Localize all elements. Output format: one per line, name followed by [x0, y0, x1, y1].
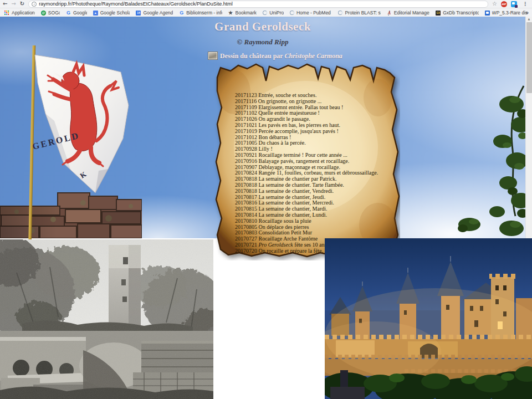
bookmark-favicon: ★: [228, 11, 233, 16]
entry-date: 20171102: [235, 110, 258, 116]
entry-date: 20170916: [235, 158, 259, 164]
entry-date: 20170824: [235, 170, 259, 176]
entry-date: 20170818: [235, 182, 259, 188]
bookmark-favicon: 14: [136, 11, 141, 16]
page-title: Grand Geroldseck: [0, 20, 525, 34]
bookmark-item[interactable]: WP_5.3-Rare disease: [485, 10, 528, 16]
bookmark-item[interactable]: GX GxDb Transcriptomic: [436, 10, 478, 16]
bookmark-item[interactable]: Protein BLAST: search: [338, 10, 380, 16]
entry-text: Percée accomplie, jusqu'aux pavés !: [259, 128, 339, 134]
bookmark-item[interactable]: ★ Bookmarks: [228, 10, 257, 16]
url-field[interactable]: i raymondripp.fr/Phototheque/Raymond/Bal…: [28, 1, 488, 8]
entry-text: La semaine de chantier, Lundi.: [259, 212, 327, 218]
entry-text: Du chaos à la percée.: [259, 140, 306, 146]
entry-date: 20170803: [235, 229, 259, 236]
entry-text: Rocaillage Arche Fantôme: [259, 236, 318, 242]
bookmark-item[interactable]: G BiblioInserm - inform: [179, 10, 222, 16]
adblock-extension-icon[interactable]: ABP: [501, 1, 507, 7]
url-text: raymondripp.fr/Phototheque/Raymond/Balad…: [39, 1, 233, 7]
bookmark-label: WP_5.3-Rare disease: [492, 10, 528, 16]
entry-date: 20170805: [235, 224, 259, 230]
photo-castle-night[interactable]: [325, 238, 532, 399]
entry-date: 20170810: [235, 218, 259, 224]
bookmark-label: BiblioInserm - inform: [186, 10, 222, 16]
bookmark-star-icon[interactable]: ☆: [492, 1, 497, 7]
bookmark-label: Google Agenda: [143, 10, 173, 16]
entry-text: Consolidation Petit Mur: [259, 229, 313, 236]
bookmark-favicon: [4, 11, 9, 16]
chat-extension-icon[interactable]: [511, 1, 517, 7]
entry-text: Les pavés en bas, les pierres en haut.: [259, 122, 340, 128]
bookmark-label: Bookmarks: [236, 10, 257, 16]
entry-date: 20170818: [235, 188, 259, 194]
reload-button[interactable]: ↻: [20, 1, 24, 7]
bookmark-label: Applications: [12, 10, 35, 16]
bookmark-favicon: ▲: [93, 11, 98, 16]
entry-text: Balayage pavés, rangement et rocaillage.: [259, 158, 350, 164]
photo-castle-ruins-bw[interactable]: [0, 239, 213, 399]
entry-text: On agrandit le passage.: [259, 116, 310, 122]
entry-date: 20171109: [235, 104, 258, 110]
entry-text: Déblayage, maçonnage et rocaillage.: [259, 164, 340, 170]
bookmark-favicon: G: [66, 11, 71, 16]
entry-date: 20171116: [235, 98, 258, 104]
scrollbar-up-arrow[interactable]: ▲: [526, 17, 532, 22]
bookmark-label: Google Scholar: [100, 10, 130, 16]
entry-date: 20171021: [235, 122, 259, 128]
entry-date: 20170817: [235, 194, 259, 200]
entry-date: 20170721: [235, 242, 259, 248]
bookmark-favicon: [338, 11, 342, 15]
bookmark-favicon: [263, 11, 267, 15]
bookmark-favicon: [485, 11, 490, 16]
entry-text: On rocaille et prépare la fête.: [259, 248, 324, 254]
bookmark-item[interactable]: 14 Google Agenda: [136, 10, 173, 16]
entry-text: Lilly !: [259, 146, 273, 152]
entry-text: On déplace des pierres: [259, 224, 309, 230]
entry-text: Rangée 11, fouilles, corbeau, murs et dé…: [259, 170, 378, 176]
tree-leaves-photo-part: [457, 83, 525, 238]
back-button[interactable]: ←: [3, 1, 7, 7]
bookmark-favicon: @: [41, 11, 46, 16]
page-info-icon[interactable]: i: [32, 2, 37, 7]
sitemap-entry-list: 20171123 Entrée, souche et souches.20171…: [235, 93, 401, 254]
entry-text: Entrée, souche et souches.: [258, 92, 316, 98]
entry-text: Elargissemnt entrée. Pallas tout beau !: [258, 104, 343, 110]
copyright-line: © Raymond Ripp: [0, 38, 525, 47]
bookmark-label: GxDb Transcriptomic: [443, 10, 478, 16]
entry-text: fête ses 10 ans: [293, 242, 327, 248]
forward-button[interactable]: →: [11, 1, 16, 7]
bookmark-item[interactable]: A Editorial Manager®: [387, 10, 429, 16]
scrollbar-track[interactable]: ▲: [525, 17, 532, 238]
browser-menu-button[interactable]: ⋮: [521, 2, 529, 7]
entry-date: 20171012: [235, 134, 259, 140]
entry-text: La semaine de chantier, Jeudi.: [259, 194, 326, 200]
bookmark-item[interactable]: UniProt: [263, 10, 284, 16]
bookmark-label: Google: [73, 10, 87, 16]
entry-date: 20171123: [235, 92, 258, 98]
entry-date: 20171019: [235, 128, 259, 134]
entry-text: La semaine de chantier, Mercredi.: [259, 200, 334, 206]
bookmark-favicon: A: [387, 11, 392, 16]
bookmark-item[interactable]: Home - PubMed - N: [290, 10, 332, 16]
entry-date: 20170720: [235, 248, 259, 254]
bookmark-item[interactable]: G Google: [66, 10, 87, 16]
bookmark-favicon: GX: [436, 11, 441, 16]
entry-text: La semaine de chantier. Tarte flambée.: [259, 182, 344, 188]
scrollbar-thumb[interactable]: [526, 22, 532, 93]
entry-text: La semaine de chantier, Mardi.: [259, 206, 328, 212]
entry-text: On grignotte, on grignotte ...: [258, 98, 321, 104]
entry-text: Quelle entrée majestueuse !: [258, 110, 320, 116]
bookmark-label: Home - PubMed - N: [296, 10, 332, 16]
bookmark-label: UniProt: [269, 10, 284, 16]
browser-window: ← → ↻ i raymondripp.fr/Phototheque/Raymo…: [0, 0, 532, 399]
bookmark-item[interactable]: ▲ Google Scholar: [93, 10, 130, 16]
entry-date: 20171026: [235, 116, 259, 122]
bookmark-item[interactable]: @ SOGo: [41, 10, 60, 16]
bookmarks-overflow-chevron[interactable]: »: [526, 11, 529, 16]
bookmark-item[interactable]: Applications: [4, 10, 35, 16]
entry-date: 20170928: [235, 146, 259, 152]
entry-text: Rocaillage sous la pluie: [259, 218, 311, 224]
entry-text: La semaine de chantier par Patrick.: [259, 176, 337, 182]
bookmark-favicon: G: [179, 11, 184, 16]
entry-date: 20170816: [235, 200, 259, 206]
